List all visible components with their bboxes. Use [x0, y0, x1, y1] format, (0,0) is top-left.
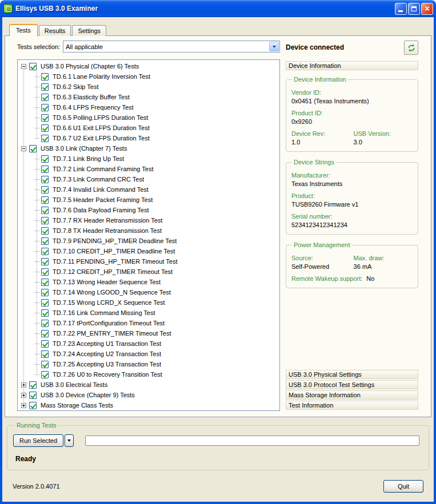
checkbox-checked[interactable] — [41, 248, 49, 255]
refresh-button[interactable] — [404, 41, 418, 55]
checkbox-checked[interactable] — [41, 320, 49, 327]
tree-item-row[interactable]: TD.7.6 Data Payload Framing Test — [33, 205, 278, 215]
tree-item-row[interactable]: TD.7.15 Wrong LCRD_X Sequence Test — [33, 297, 278, 308]
tree-group-row[interactable]: USB 3.0 Device (Chapter 9) Tests — [19, 390, 278, 400]
checkbox-checked[interactable] — [29, 392, 37, 399]
checkbox-checked[interactable] — [41, 124, 49, 132]
checkbox-checked[interactable] — [41, 83, 49, 91]
tree-item-row[interactable]: TD.6.5 Polling.LFPS Duration Test — [33, 112, 278, 123]
checkbox-checked[interactable] — [41, 289, 49, 296]
usb-version-value: 3.0 — [354, 139, 413, 146]
checkbox-checked[interactable] — [41, 94, 49, 101]
tree-item-row[interactable]: TD.7.11 PENDING_HP_TIMER Timeout Test — [33, 256, 278, 267]
checkbox-checked[interactable] — [41, 166, 49, 173]
tree-item-row[interactable]: TD.7.4 Invalid Link Command Test — [33, 184, 278, 195]
section-header-device-information[interactable]: Device Information — [286, 61, 418, 70]
tree-item-row[interactable]: TD.7.13 Wrong Header Sequence Test — [33, 277, 278, 287]
tree-item-row[interactable]: TD.6.7 U2 Exit LFPS Duration Test — [33, 133, 278, 143]
checkbox-checked[interactable] — [41, 176, 49, 183]
checkbox-checked[interactable] — [41, 196, 49, 204]
tree-item-row[interactable]: TD.7.2 Link Command Framing Test — [33, 164, 278, 174]
checkbox-checked[interactable] — [41, 207, 49, 214]
tree-item-row[interactable]: TD.7.9 PENDING_HP_TIMER Deadline Test — [33, 236, 278, 246]
checkbox-checked[interactable] — [29, 402, 37, 409]
tree-item-row[interactable]: TD.6.1 Lane Polarity Inversion Test — [33, 71, 278, 82]
checkbox-checked[interactable] — [41, 299, 49, 307]
tree-group-row[interactable]: Mass Storage Class Tests — [19, 400, 278, 410]
tree-item-row[interactable]: TD.7.12 CREDIT_HP_TIMER Timeout Test — [33, 267, 278, 277]
tree-item-row[interactable]: TD.7.1 Link Bring Up Test — [33, 154, 278, 164]
checkbox-checked[interactable] — [41, 350, 49, 358]
version-text: Version 2.0.4071 — [13, 483, 60, 490]
checkbox-checked[interactable] — [29, 63, 37, 70]
tab-settings[interactable]: Settings — [72, 25, 106, 36]
titlebar[interactable]: Ellisys USB 3.0 Examiner × — [0, 0, 436, 17]
checkbox-checked[interactable] — [41, 114, 49, 122]
tree-item-row[interactable]: TD.7.14 Wrong LGOOD_N Sequence Test — [33, 287, 278, 297]
checkbox-checked[interactable] — [41, 330, 49, 337]
tests-tab-page: Tests selection: All applicable USB 3.0 … — [5, 35, 431, 417]
tree-item-row[interactable]: TD.7.26 U0 to Recovery Transition Test — [33, 369, 278, 380]
close-button[interactable]: × — [421, 3, 433, 15]
tests-tree[interactable]: USB 3.0 Physical (Chapter 6) TestsTD.6.1… — [17, 59, 280, 411]
checkbox-checked[interactable] — [29, 381, 37, 389]
tree-connector — [34, 272, 39, 272]
tests-selection-combobox[interactable]: All applicable — [63, 41, 280, 53]
tree-item-row[interactable]: TD.7.3 Link Command CRC Test — [33, 174, 278, 184]
tree-item-row[interactable]: TD.6.4 LFPS Frequency Test — [33, 102, 278, 112]
tree-item-row[interactable]: TD.7.8 TX Header Retransmission Test — [33, 225, 278, 236]
tree-item-row[interactable]: TD.7.24 Accepting U2 Transaction Test — [33, 349, 278, 359]
tree-item-row[interactable]: TD.6.2 Skip Test — [33, 82, 278, 92]
collapse-icon[interactable] — [21, 146, 26, 151]
tab-results[interactable]: Results — [39, 25, 71, 36]
chevron-down-icon[interactable] — [269, 42, 279, 51]
checkbox-checked[interactable] — [41, 73, 49, 80]
tree-item-row[interactable]: TD.6.6 U1 Exit LFPS Duration Test — [33, 123, 278, 133]
checkbox-checked[interactable] — [41, 217, 49, 224]
run-options-dropdown-button[interactable] — [65, 434, 74, 447]
tree-item-row[interactable]: TD.7.7 RX Header Retransmission Test — [33, 215, 278, 225]
maximize-icon — [411, 6, 417, 11]
checkbox-checked[interactable] — [41, 237, 49, 245]
section-header-4[interactable]: Test Information — [286, 401, 418, 410]
tree-connector — [34, 333, 39, 334]
tree-item-row[interactable]: TD.6.3 Elasticity Buffer Test — [33, 92, 278, 102]
checkbox-checked[interactable] — [41, 371, 49, 378]
expand-icon[interactable] — [21, 403, 26, 408]
checkbox-checked[interactable] — [41, 227, 49, 235]
quit-button[interactable]: Quit — [383, 480, 423, 493]
tree-connector — [34, 169, 39, 170]
tree-group-row[interactable]: USB 3.0 Physical (Chapter 6) Tests — [19, 61, 278, 71]
tree-connector — [34, 292, 39, 293]
expand-icon[interactable] — [21, 382, 26, 388]
tree-group-row[interactable]: USB 3.0 Link (Chapter 7) Tests — [19, 143, 278, 154]
checkbox-checked[interactable] — [41, 155, 49, 163]
expand-icon[interactable] — [21, 393, 26, 398]
section-header-2[interactable]: USB 3.0 Protocol Test Settings — [286, 380, 418, 389]
checkbox-checked[interactable] — [41, 135, 49, 142]
maximize-button[interactable] — [408, 3, 420, 15]
tree-item-row[interactable]: TD.7.16 Link Command Missing Test — [33, 308, 278, 318]
checkbox-checked[interactable] — [41, 104, 49, 111]
checkbox-checked[interactable] — [41, 279, 49, 286]
tree-item-row[interactable]: TD.7.17 tPortConfiguration Timeout Test — [33, 318, 278, 328]
checkbox-checked[interactable] — [41, 361, 49, 368]
checkbox-checked[interactable] — [41, 309, 49, 317]
section-header-3[interactable]: Mass Storage Information — [286, 390, 418, 400]
collapse-icon[interactable] — [21, 64, 26, 69]
checkbox-checked[interactable] — [41, 186, 49, 193]
tree-item-row[interactable]: TD.7.25 Accepting U3 Transaction Test — [33, 359, 278, 369]
tree-item-row[interactable]: TD.7.10 CREDIT_HP_TIMER Deadline Test — [33, 246, 278, 256]
run-selected-button[interactable]: Run Selected — [13, 434, 63, 447]
section-header-1[interactable]: USB 3.0 Physical Settings — [286, 370, 418, 379]
checkbox-checked[interactable] — [41, 340, 49, 348]
tree-item-row[interactable]: TD.7.23 Accepting U1 Transaction Test — [33, 338, 278, 349]
checkbox-checked[interactable] — [41, 268, 49, 276]
tree-group-row[interactable]: USB 3.0 Electrical Tests — [19, 380, 278, 390]
checkbox-checked[interactable] — [41, 258, 49, 265]
checkbox-checked[interactable] — [29, 145, 37, 152]
tree-item-row[interactable]: TD.7.22 PM_ENTRY_TIMER Timeout Test — [33, 328, 278, 338]
tab-tests[interactable]: Tests — [9, 24, 38, 36]
minimize-button[interactable] — [395, 3, 407, 15]
tree-item-row[interactable]: TD.7.5 Header Packet Framing Test — [33, 195, 278, 205]
